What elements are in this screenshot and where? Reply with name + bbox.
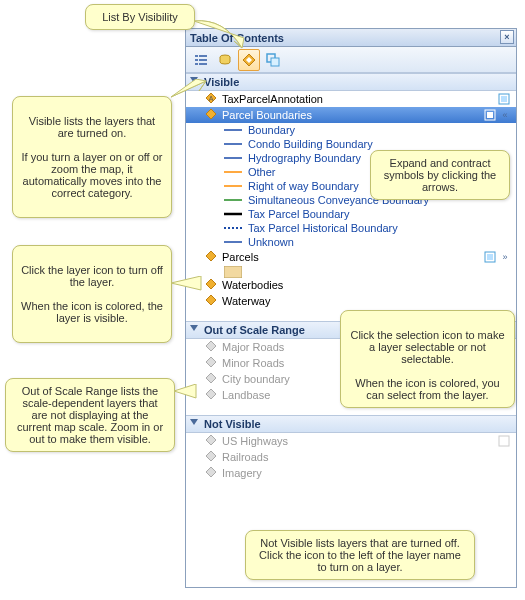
callout-not-visible: Not Visible lists layers that are turned… xyxy=(245,530,475,580)
list-by-selection-button[interactable] xyxy=(262,49,284,71)
layer-name: US Highways xyxy=(222,435,494,447)
callout-selection: Click the selection icon to make a layer… xyxy=(340,310,515,408)
layer-row[interactable]: Railroads xyxy=(186,449,516,465)
layer-row[interactable]: Parcels » xyxy=(186,249,516,265)
layer-name: Railroads xyxy=(222,451,510,463)
callout-text: Expand and contract symbols by clicking … xyxy=(384,157,497,193)
line-swatch xyxy=(224,167,242,177)
callout-text: List By Visibility xyxy=(102,11,178,23)
callout-expand: Expand and contract symbols by clicking … xyxy=(370,150,510,200)
group-header-not-visible[interactable]: Not Visible xyxy=(186,415,516,433)
svg-marker-29 xyxy=(171,79,206,97)
layer-row[interactable]: Waterbodies xyxy=(186,277,516,293)
svg-marker-31 xyxy=(174,384,196,398)
callout-visible: Visible lists the layers that are turned… xyxy=(12,96,172,218)
collapse-icon[interactable]: « xyxy=(500,110,510,120)
symbology-row[interactable]: Tax Parcel Boundary xyxy=(186,207,516,221)
svg-rect-3 xyxy=(199,59,207,61)
symbol-label: Unknown xyxy=(248,236,294,248)
layer-name: TaxParcelAnnotation xyxy=(222,93,494,105)
close-button[interactable]: × xyxy=(500,30,514,44)
symbol-label: Boundary xyxy=(248,124,295,136)
polygon-layer-icon[interactable] xyxy=(204,278,218,292)
layer-icon-disabled[interactable] xyxy=(204,340,218,354)
svg-rect-11 xyxy=(501,96,507,102)
symbol-label: Tax Parcel Historical Boundary xyxy=(248,222,398,234)
line-swatch xyxy=(224,125,242,135)
line-swatch xyxy=(224,223,242,233)
svg-rect-13 xyxy=(487,112,493,118)
chevron-down-icon[interactable] xyxy=(190,419,198,425)
layer-icon-off[interactable] xyxy=(204,434,218,448)
svg-rect-4 xyxy=(195,63,198,65)
svg-marker-30 xyxy=(171,276,201,290)
callout-out-of-scale: Out of Scale Range lists the scale-depen… xyxy=(5,378,175,452)
svg-rect-8 xyxy=(271,58,279,66)
chevron-down-icon[interactable] xyxy=(190,325,198,331)
group-label: Out of Scale Range xyxy=(204,324,305,336)
selection-icon[interactable] xyxy=(484,109,496,121)
svg-rect-5 xyxy=(199,63,207,65)
selection-icon[interactable] xyxy=(484,251,496,263)
layer-icon-disabled[interactable] xyxy=(204,372,218,386)
symbol-label: Other xyxy=(248,166,276,178)
symbol-label: Hydrography Boundary xyxy=(248,152,361,164)
layer-icon-disabled[interactable] xyxy=(204,388,218,402)
symbol-label: Tax Parcel Boundary xyxy=(248,208,350,220)
line-swatch xyxy=(224,237,242,247)
layer-row[interactable]: Parcel Boundaries « xyxy=(186,107,516,123)
polygon-layer-icon[interactable] xyxy=(204,250,218,264)
svg-rect-24 xyxy=(487,254,493,260)
layer-row[interactable]: Waterway xyxy=(186,293,516,309)
line-swatch xyxy=(224,181,242,191)
symbology-row[interactable]: Unknown xyxy=(186,235,516,249)
selection-icon-disabled[interactable] xyxy=(498,435,510,447)
layer-icon-off[interactable] xyxy=(204,466,218,480)
fill-swatch xyxy=(224,266,242,276)
layer-row[interactable]: Imagery xyxy=(186,465,516,481)
line-layer-icon[interactable] xyxy=(204,108,218,122)
group-label: Not Visible xyxy=(204,418,261,430)
svg-rect-1 xyxy=(199,55,207,57)
symbol-label: Condo Building Boundary xyxy=(248,138,373,150)
layer-name: Parcels xyxy=(222,251,480,263)
callout-text: Not Visible lists layers that are turned… xyxy=(259,537,461,573)
svg-rect-0 xyxy=(195,55,198,57)
svg-rect-28 xyxy=(499,436,509,446)
line-swatch xyxy=(224,153,242,163)
symbology-row[interactable] xyxy=(186,265,516,277)
line-swatch xyxy=(224,139,242,149)
layer-name: Imagery xyxy=(222,467,510,479)
line-layer-icon[interactable] xyxy=(204,294,218,308)
group-header-visible[interactable]: Visible xyxy=(186,73,516,91)
layer-row[interactable]: A TaxParcelAnnotation xyxy=(186,91,516,107)
line-swatch xyxy=(224,195,242,205)
line-swatch xyxy=(224,209,242,219)
callout-text: Click the layer icon to turn off the lay… xyxy=(21,264,163,324)
symbology-row[interactable]: Tax Parcel Historical Boundary xyxy=(186,221,516,235)
callout-text: Click the selection icon to make a layer… xyxy=(350,329,504,401)
svg-rect-2 xyxy=(195,59,198,61)
expand-icon[interactable]: » xyxy=(500,252,510,262)
layer-name: Waterway xyxy=(222,295,510,307)
symbol-label: Right of way Boundary xyxy=(248,180,359,192)
symbology-row[interactable]: Condo Building Boundary xyxy=(186,137,516,151)
symbology-row[interactable]: Boundary xyxy=(186,123,516,137)
callout-text: Out of Scale Range lists the scale-depen… xyxy=(17,385,163,445)
selection-icon[interactable] xyxy=(498,93,510,105)
callout-list-by-visibility: List By Visibility xyxy=(85,4,195,30)
layer-row[interactable]: US Highways xyxy=(186,433,516,449)
callout-text: Visible lists the layers that are turned… xyxy=(21,115,162,199)
callout-layer-icon: Click the layer icon to turn off the lay… xyxy=(12,245,172,343)
layer-icon-off[interactable] xyxy=(204,450,218,464)
layer-icon-disabled[interactable] xyxy=(204,356,218,370)
layer-name: Waterbodies xyxy=(222,279,510,291)
toc-panel: Table Of Contents × Visible A TaxParcelA… xyxy=(185,28,517,588)
layer-name: Parcel Boundaries xyxy=(222,109,480,121)
